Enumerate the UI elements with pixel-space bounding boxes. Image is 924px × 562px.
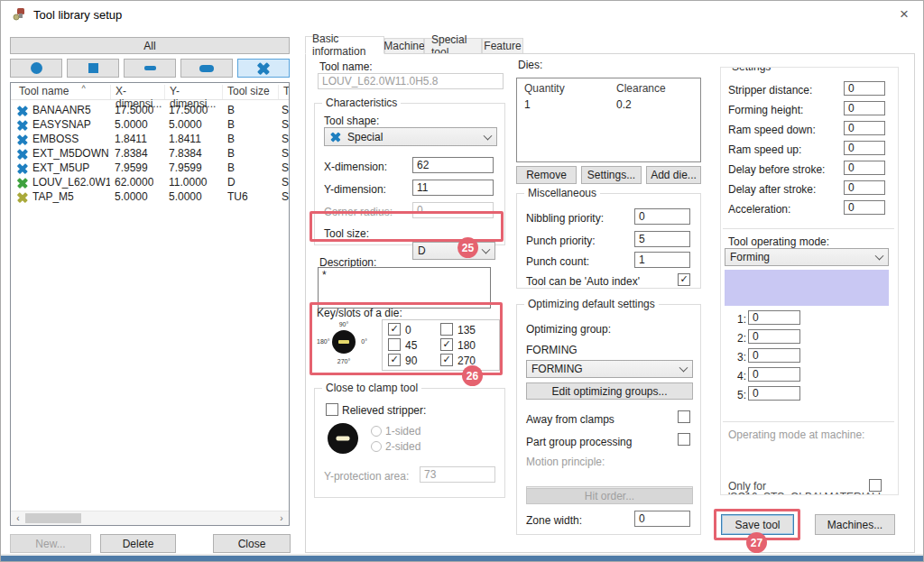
- add-die-button[interactable]: Add die...: [646, 166, 701, 184]
- tool-shape-dropdown[interactable]: Special: [324, 127, 497, 146]
- table-row[interactable]: TAP_M55.00005.0000TU6Special: [11, 189, 289, 204]
- table-row[interactable]: LOUV_L62.0W11...62.000011.0000DSpecial: [11, 175, 289, 189]
- nibbling-priority-field[interactable]: 0: [634, 208, 690, 225]
- relieved-stripper-checkbox[interactable]: [326, 403, 338, 416]
- one-sided-radio[interactable]: [371, 426, 382, 437]
- delete-button[interactable]: Delete: [100, 534, 176, 553]
- optimizing-group-dropdown[interactable]: FORMING: [526, 360, 693, 378]
- description-textarea[interactable]: *: [318, 267, 491, 309]
- angle-135-checkbox[interactable]: [440, 323, 453, 336]
- angle-135-label: 135: [457, 324, 476, 336]
- tab-machine[interactable]: Machine: [384, 38, 424, 54]
- tool-list[interactable]: Tool name^ X-dimensi... Y-dimensi... Too…: [10, 82, 290, 526]
- table-row[interactable]: BANAANR517.500017.5000BSpecial: [11, 103, 289, 117]
- acceleration-field[interactable]: 0: [844, 200, 885, 215]
- dies-col-clearance[interactable]: Clearance: [616, 82, 666, 95]
- dial-180-label: 180°: [317, 338, 329, 345]
- obround-icon: [199, 65, 214, 72]
- die-settings-button[interactable]: Settings...: [581, 166, 642, 184]
- hit-order-button[interactable]: Hit order...: [526, 488, 693, 504]
- close-button[interactable]: Close: [213, 534, 291, 553]
- settings-title: Settings: [728, 67, 774, 73]
- special-x-icon: [330, 132, 339, 141]
- edit-optimizing-groups-button[interactable]: Edit optimizing groups...: [526, 382, 693, 400]
- only-for-checkbox[interactable]: [869, 479, 882, 492]
- angle-270-checkbox[interactable]: [440, 354, 453, 366]
- scrollbar-thumb[interactable]: [25, 513, 81, 523]
- horizontal-scrollbar[interactable]: ‹ ›: [11, 511, 289, 525]
- col-x-dimension[interactable]: X-dimensi...: [110, 85, 164, 99]
- close-icon[interactable]: ×: [894, 5, 914, 24]
- part-group-processing-checkbox[interactable]: [678, 433, 690, 446]
- y-protection-field[interactable]: 73: [420, 466, 495, 483]
- angle-0-checkbox[interactable]: [388, 323, 401, 336]
- filter-circle-button[interactable]: [10, 59, 62, 78]
- tool-list-header[interactable]: Tool name^ X-dimensi... Y-dimensi... Too…: [11, 83, 289, 100]
- tool-operating-mode-dropdown[interactable]: Forming: [725, 248, 889, 266]
- table-row[interactable]: EXT_M5UP7.95997.9599BSpecial: [11, 161, 289, 175]
- param-2-field[interactable]: 0: [748, 329, 800, 344]
- filter-rectangle-button[interactable]: [124, 59, 176, 78]
- y-dimension-field[interactable]: 11: [412, 180, 494, 196]
- col-y-dimension[interactable]: Y-dimensi...: [164, 85, 220, 99]
- filter-obround-button[interactable]: [180, 59, 233, 78]
- table-row[interactable]: EASYSNAP5.00005.0000BSpecial: [11, 117, 289, 132]
- param-5-label: 5:: [737, 389, 746, 401]
- part-group-processing-label: Part group processing: [526, 436, 632, 448]
- two-sided-radio[interactable]: [371, 441, 382, 452]
- tool-x-icon: [17, 149, 27, 159]
- x-dimension-field[interactable]: 62: [412, 157, 494, 173]
- table-row[interactable]: EMBOSS1.84111.8411BSpecial: [11, 132, 289, 146]
- punch-count-label: Punch count:: [526, 255, 589, 268]
- punch-count-field[interactable]: 1: [634, 252, 690, 268]
- tool-x-icon: [17, 192, 27, 202]
- col-tool-size[interactable]: Tool size: [222, 85, 276, 99]
- filter-all-button[interactable]: All: [10, 37, 290, 54]
- delay-before-stroke-field[interactable]: 0: [844, 161, 885, 175]
- col-type[interactable]: Type: [278, 85, 290, 99]
- filter-special-button[interactable]: [237, 59, 290, 78]
- new-button[interactable]: New...: [10, 534, 91, 553]
- tool-x-icon: [17, 120, 27, 130]
- tab-special-tool[interactable]: Special tool: [424, 38, 482, 54]
- param-5-field[interactable]: 0: [748, 386, 800, 401]
- tool-size-dropdown[interactable]: D: [412, 242, 495, 260]
- ram-speed-down-field[interactable]: 0: [844, 121, 885, 135]
- scroll-right-icon[interactable]: ›: [274, 511, 289, 525]
- annotation-badge-27: 27: [746, 532, 767, 553]
- machines-button[interactable]: Machines...: [815, 514, 895, 535]
- forming-height-field[interactable]: 0: [844, 101, 885, 115]
- angle-45-checkbox[interactable]: [388, 338, 401, 351]
- punch-priority-field[interactable]: 5: [634, 231, 690, 247]
- operating-mode-preview: [725, 270, 889, 306]
- col-tool-name[interactable]: Tool name^: [14, 85, 73, 99]
- table-row[interactable]: EXT_M5DOWN7.83847.8384BSpecial: [11, 146, 289, 161]
- filter-square-button[interactable]: [67, 59, 119, 78]
- auto-index-checkbox[interactable]: [678, 273, 690, 286]
- delay-after-stroke-field[interactable]: 0: [844, 180, 885, 195]
- tab-basic-information[interactable]: Basic information: [305, 36, 384, 54]
- angle-180-checkbox[interactable]: [440, 338, 453, 351]
- angle-0-label: 0: [405, 324, 411, 336]
- param-4-field[interactable]: 0: [748, 367, 800, 382]
- tool-name-field[interactable]: LOUV_L62.0W11.0H5.8: [318, 73, 504, 89]
- die-clearance-value[interactable]: 0.2: [616, 98, 632, 111]
- stripper-distance-field[interactable]: 0: [844, 81, 885, 96]
- corner-radius-field[interactable]: 0: [412, 202, 494, 218]
- scroll-left-icon[interactable]: ‹: [11, 511, 25, 525]
- zone-width-field[interactable]: 0: [634, 511, 690, 527]
- remove-die-button[interactable]: Remove: [516, 166, 577, 184]
- param-1-field[interactable]: 0: [748, 310, 800, 325]
- tab-feature[interactable]: Feature: [482, 38, 523, 54]
- dies-col-quantity[interactable]: Quantity: [524, 82, 565, 95]
- tool-x-icon: [17, 163, 27, 173]
- close-to-clamp-group: Close to clamp tool Relieved stripper: 1…: [314, 388, 505, 498]
- dies-list[interactable]: Quantity Clearance 1 0.2: [516, 78, 701, 162]
- param-3-field[interactable]: 0: [748, 348, 800, 363]
- angle-90-checkbox[interactable]: [388, 354, 401, 366]
- ram-speed-up-field[interactable]: 0: [844, 141, 885, 155]
- away-from-clamps-checkbox[interactable]: [678, 410, 690, 423]
- y-protection-label: Y-protection area:: [324, 470, 409, 483]
- two-sided-label: 2-sided: [385, 440, 420, 453]
- die-quantity-value[interactable]: 1: [524, 98, 531, 111]
